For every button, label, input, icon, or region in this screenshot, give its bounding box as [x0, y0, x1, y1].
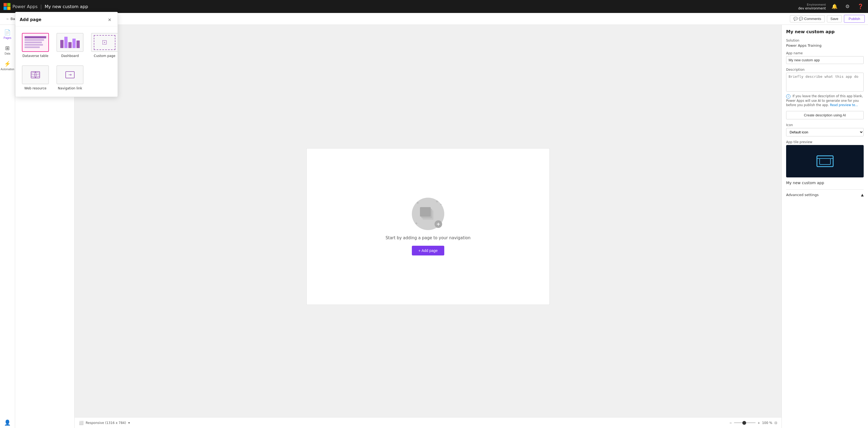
page-type-navigation-link[interactable]: Navigation link: [54, 63, 86, 92]
zoom-in-button[interactable]: +: [758, 421, 760, 425]
custom-page-thumb: [91, 33, 118, 52]
canvas-add-icon: + Add page: [418, 249, 437, 253]
automation-icon: ⚡: [4, 61, 11, 67]
publish-button[interactable]: Publish: [844, 15, 865, 23]
dashboard-thumb: [57, 33, 84, 52]
main-layout: 📄 Pages ⊞ Data ⚡ Automation 👤 Pa... N ✦ …: [0, 25, 868, 428]
description-textarea[interactable]: [786, 73, 864, 92]
web-resource-label: Web resource: [24, 87, 46, 90]
toolbar-right: 💬 💬 Comments Save Publish: [790, 15, 865, 23]
svg-rect-1: [7, 3, 10, 6]
save-button[interactable]: Save: [827, 15, 842, 23]
sparkle-icon-4: ✦: [440, 203, 442, 206]
toolbar: ← Back + + Add page ⚙ ⚙ Settings ••• 💬 💬…: [0, 13, 868, 25]
description-label: Description: [786, 68, 864, 72]
sidebar-item-pages[interactable]: 📄 Pages: [1, 27, 14, 41]
app-tile-preview-label: App tile preview: [786, 140, 864, 144]
sidebar-automation-label: Automation: [1, 68, 14, 71]
comments-button[interactable]: 💬 💬 Comments: [790, 15, 825, 23]
app-name-input[interactable]: [786, 56, 864, 64]
page-type-web-resource[interactable]: Web resource: [20, 63, 51, 92]
back-icon: ←: [6, 17, 9, 21]
canvas-content: ✦ ✦ ✦ ✦ + Start by adding a page to your…: [385, 198, 470, 256]
app-name-section: App name: [786, 51, 864, 64]
sidebar-item-data[interactable]: ⊞ Data: [1, 43, 14, 57]
sparkle-icon-3: ✦: [414, 221, 418, 226]
modal-close-button[interactable]: ✕: [106, 16, 113, 24]
page-type-dataverse-table[interactable]: Dataverse table: [20, 31, 51, 60]
svg-rect-6: [420, 207, 431, 217]
dashboard-label: Dashboard: [61, 54, 79, 58]
topbar: Power Apps | My new custom app Environme…: [0, 0, 868, 13]
svg-rect-3: [7, 7, 10, 10]
dataverse-table-preview: [25, 36, 46, 49]
navigation-link-thumb: [57, 65, 84, 84]
sidebar-pages-label: Pages: [3, 36, 11, 39]
topbar-doc-name: My new custom app: [44, 4, 88, 9]
sidebar-data-label: Data: [5, 52, 10, 55]
description-info-text: i If you leave the description of this a…: [786, 94, 864, 107]
description-section: Description i If you leave the descripti…: [786, 68, 864, 107]
app-tile-preview: [786, 145, 864, 177]
help-icon[interactable]: ❓: [856, 2, 865, 11]
svg-rect-0: [3, 3, 7, 6]
canvas-add-page-button[interactable]: + Add page: [412, 246, 444, 256]
canvas-hint-text: Start by adding a page to your navigatio…: [385, 235, 470, 240]
zoom-percent: 100 %: [762, 421, 772, 425]
custom-page-label: Custom page: [94, 54, 115, 58]
topbar-env-name: dev environment: [798, 6, 826, 10]
topbar-right: Environment dev environment 🔔 ⚙ ❓: [798, 2, 865, 11]
microsoft-logo-icon: [3, 3, 11, 10]
solution-section: Solution Power Apps Training: [786, 39, 864, 47]
avatar-icon: 👤: [4, 419, 11, 426]
page-type-grid: Dataverse table Dashboard: [20, 31, 113, 92]
comments-icon: 💬: [794, 17, 798, 21]
advanced-settings-row[interactable]: Advanced settings ▲: [786, 189, 864, 200]
custom-page-preview: [94, 35, 115, 50]
zoom-out-button[interactable]: −: [730, 421, 732, 425]
right-panel: My new custom app Solution Power Apps Tr…: [781, 25, 868, 428]
dataverse-table-label: Dataverse table: [23, 54, 49, 58]
app-tile-icon: [815, 153, 835, 169]
fit-to-screen-button[interactable]: ⊡: [775, 421, 777, 425]
read-preview-link[interactable]: Read preview te...: [830, 103, 858, 107]
settings-icon[interactable]: ⚙: [843, 2, 852, 11]
chevron-up-icon: ▲: [861, 193, 864, 197]
page-type-custom-page[interactable]: Custom page: [89, 31, 120, 60]
zoom-slider[interactable]: [734, 422, 755, 423]
topbar-separator: |: [40, 4, 42, 9]
user-icon[interactable]: 👤: [1, 417, 14, 428]
topbar-env-label: Environment: [798, 3, 826, 6]
app-tile-name: My new custom app: [786, 179, 864, 186]
topbar-app-name: Power Apps: [12, 4, 37, 9]
web-resource-thumb: [22, 65, 49, 84]
create-description-button[interactable]: Create description using AI: [786, 111, 864, 119]
solution-label: Solution: [786, 39, 864, 42]
page-type-dashboard[interactable]: Dashboard: [54, 31, 86, 60]
chevron-down-icon[interactable]: ▾: [128, 421, 130, 425]
notifications-icon[interactable]: 🔔: [830, 2, 839, 11]
solution-value: Power Apps Training: [786, 43, 864, 47]
dataverse-table-thumb: [22, 33, 49, 52]
svg-rect-2: [3, 7, 7, 10]
app-name-label: App name: [786, 51, 864, 55]
navigation-link-preview: [65, 69, 75, 80]
save-label: Save: [831, 17, 839, 21]
web-resource-icon: [30, 69, 41, 80]
modal-header: Add page ✕: [16, 12, 118, 27]
app-tile-preview-section: App tile preview My new custom app: [786, 140, 864, 186]
sparkle-icon-1: ✦: [416, 200, 420, 205]
pages-icon: 📄: [4, 29, 11, 36]
icon-label: Icon: [786, 123, 864, 127]
canvas-placeholder-icon: ✦ ✦ ✦ ✦ +: [412, 198, 444, 230]
topbar-logo: Power Apps | My new custom app: [3, 3, 88, 10]
left-sidebar: 📄 Pages ⊞ Data ⚡ Automation 👤: [0, 25, 15, 428]
publish-label: Publish: [848, 17, 860, 21]
right-panel-title: My new custom app: [786, 29, 864, 34]
status-bar: ⬜ Responsive (1316 x 784) ▾ − + 100 % ⊡: [74, 417, 781, 428]
icon-select[interactable]: Default icon: [786, 128, 864, 136]
add-page-modal: Add page ✕ Dataverse tabl: [15, 12, 118, 97]
svg-rect-8: [819, 159, 831, 164]
web-resource-preview: [30, 69, 41, 80]
sidebar-item-automation[interactable]: ⚡ Automation: [1, 58, 14, 73]
